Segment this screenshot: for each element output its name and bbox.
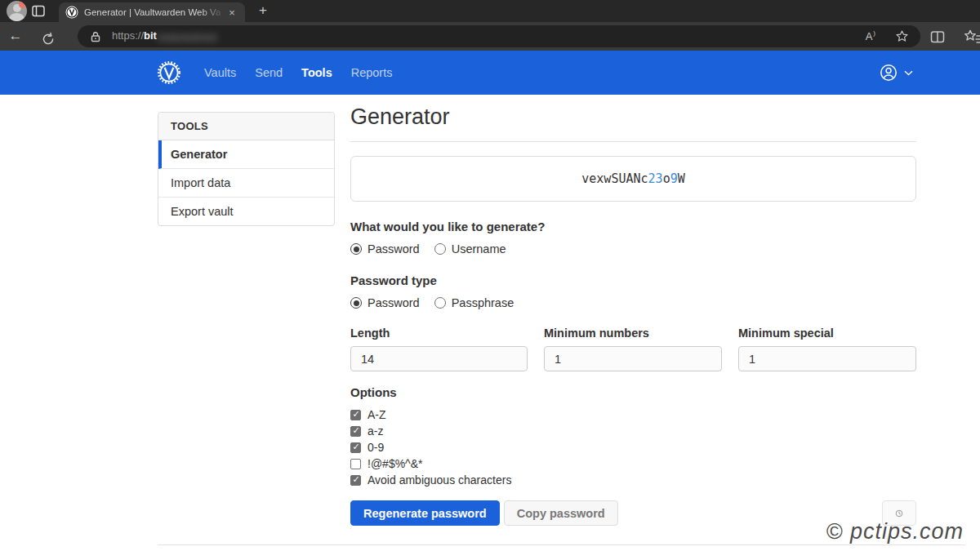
min-numbers-input[interactable] bbox=[544, 346, 722, 371]
nav-item-tools[interactable]: Tools bbox=[301, 66, 332, 79]
generated-password-box: vexwSUANc23o9W bbox=[350, 156, 916, 202]
tools-sidebar: TOOLS Generator Import data Export vault bbox=[158, 112, 335, 226]
workspaces-icon[interactable] bbox=[31, 4, 46, 18]
radio-password-type[interactable] bbox=[350, 297, 362, 309]
radio-option-password[interactable]: Password bbox=[350, 242, 420, 256]
radio-option-password-type[interactable]: Password bbox=[350, 296, 420, 309]
password-type-label: Password type bbox=[350, 273, 916, 287]
sidebar-item-import-data[interactable]: Import data bbox=[158, 169, 334, 198]
sidebar-item-generator[interactable]: Generator bbox=[158, 140, 334, 169]
password-text: vexwSUANc23o9W bbox=[581, 171, 684, 186]
checkbox-special-label: !@#$%^&* bbox=[368, 457, 422, 470]
generate-type-radios: Password Username bbox=[350, 242, 916, 256]
clock-icon bbox=[895, 506, 903, 521]
radio-password-label: Password bbox=[368, 242, 420, 256]
nav-item-send[interactable]: Send bbox=[255, 66, 283, 79]
checkbox-row-numbers[interactable]: 0-9 bbox=[350, 439, 916, 455]
generate-question-label: What would you like to generate? bbox=[350, 220, 916, 233]
options-label: Options bbox=[350, 385, 916, 399]
watermark: © pctips.com bbox=[826, 519, 964, 544]
numeric-fields-row: Length Minimum numbers Minimum special bbox=[350, 327, 916, 371]
split-screen-icon[interactable] bbox=[929, 29, 946, 45]
checkbox-row-special[interactable]: !@#$%^&* bbox=[350, 455, 916, 472]
page-content: TOOLS Generator Import data Export vault… bbox=[0, 95, 980, 551]
checkbox-row-uppercase[interactable]: A-Z bbox=[350, 407, 916, 423]
checkbox-avoid-ambiguous-label: Avoid ambiguous characters bbox=[368, 473, 511, 487]
min-numbers-label: Minimum numbers bbox=[544, 327, 722, 340]
checkbox-lowercase[interactable] bbox=[350, 426, 361, 437]
min-special-label: Minimum special bbox=[738, 327, 916, 340]
checkbox-row-avoid-ambiguous[interactable]: Avoid ambiguous characters bbox=[350, 472, 916, 488]
length-field-group: Length bbox=[350, 327, 528, 371]
checkbox-uppercase-label: A-Z bbox=[368, 408, 386, 421]
sidebar-item-export-vault[interactable]: Export vault bbox=[158, 198, 334, 225]
checkbox-numbers[interactable] bbox=[350, 442, 361, 453]
account-icon bbox=[880, 64, 898, 82]
radio-password-type-label: Password bbox=[368, 296, 420, 309]
checkbox-avoid-ambiguous[interactable] bbox=[350, 475, 361, 486]
refresh-icon[interactable] bbox=[36, 22, 60, 51]
favorite-star-icon[interactable] bbox=[895, 29, 909, 43]
radio-username-label: Username bbox=[452, 242, 506, 256]
url-domain: bit bbox=[144, 29, 157, 42]
back-icon[interactable]: ← bbox=[3, 22, 28, 51]
min-special-input[interactable] bbox=[738, 346, 916, 371]
generator-main: Generator vexwSUANc23o9W What would you … bbox=[350, 104, 916, 526]
chevron-down-icon bbox=[904, 70, 913, 76]
vaultwarden-favicon-icon bbox=[65, 6, 78, 19]
account-menu[interactable] bbox=[880, 51, 913, 95]
min-numbers-field-group: Minimum numbers bbox=[544, 327, 722, 371]
options-checkbox-list: A-Z a-z 0-9 !@#$%^&* Avoid ambiguous cha… bbox=[350, 407, 916, 488]
new-tab-button[interactable]: + bbox=[253, 1, 273, 20]
checkbox-special[interactable] bbox=[350, 459, 361, 469]
browser-toolbar: ← https://bitredactedredac A) bbox=[0, 22, 980, 51]
browser-titlebar: Generator | Vaultwarden Web Va × + bbox=[0, 0, 980, 22]
radio-passphrase-label: Passphrase bbox=[452, 296, 514, 309]
favorites-bar-icon[interactable] bbox=[964, 29, 980, 45]
checkbox-numbers-label: 0-9 bbox=[368, 441, 384, 454]
app-navbar: Vaults Send Tools Reports bbox=[0, 51, 980, 95]
password-type-radios: Password Passphrase bbox=[350, 296, 916, 309]
url-redacted-blur: redactedredac bbox=[157, 31, 217, 43]
footer-divider bbox=[158, 544, 965, 545]
nav-item-reports[interactable]: Reports bbox=[351, 66, 393, 79]
vaultwarden-logo-icon[interactable] bbox=[157, 60, 181, 85]
tab-close-icon[interactable]: × bbox=[225, 7, 238, 19]
sidebar-header: TOOLS bbox=[158, 113, 334, 140]
url-protocol: https:// bbox=[112, 29, 144, 42]
address-bar[interactable]: https://bitredactedredac A) bbox=[78, 25, 920, 47]
browser-window: Generator | Vaultwarden Web Va × + ← htt… bbox=[0, 0, 980, 551]
browser-tab[interactable]: Generator | Vaultwarden Web Va × bbox=[59, 2, 245, 22]
min-special-field-group: Minimum special bbox=[738, 327, 916, 371]
lock-icon bbox=[89, 30, 102, 43]
avatar-body bbox=[9, 13, 24, 21]
radio-option-passphrase[interactable]: Passphrase bbox=[434, 296, 514, 309]
length-label: Length bbox=[350, 327, 528, 340]
radio-username[interactable] bbox=[434, 243, 446, 255]
copy-password-button[interactable]: Copy password bbox=[504, 500, 618, 526]
avatar-notification-dot bbox=[19, 1, 26, 8]
nav-item-vaults[interactable]: Vaults bbox=[204, 66, 236, 79]
read-aloud-icon[interactable]: A) bbox=[866, 30, 875, 42]
radio-option-username[interactable]: Username bbox=[434, 242, 506, 256]
tab-title: Generator | Vaultwarden Web Va bbox=[84, 7, 225, 17]
browser-profile-avatar[interactable] bbox=[7, 1, 27, 21]
regenerate-password-button[interactable]: Regenerate password bbox=[350, 500, 500, 526]
url-text: https://bitredactedredac bbox=[112, 29, 217, 42]
checkbox-row-lowercase[interactable]: a-z bbox=[350, 423, 916, 439]
app-nav-links: Vaults Send Tools Reports bbox=[204, 51, 392, 95]
length-input[interactable] bbox=[350, 346, 528, 371]
checkbox-lowercase-label: a-z bbox=[368, 424, 383, 438]
checkbox-uppercase[interactable] bbox=[350, 410, 361, 420]
radio-password[interactable] bbox=[350, 243, 362, 255]
radio-passphrase[interactable] bbox=[434, 297, 446, 309]
page-title: Generator bbox=[350, 104, 916, 142]
